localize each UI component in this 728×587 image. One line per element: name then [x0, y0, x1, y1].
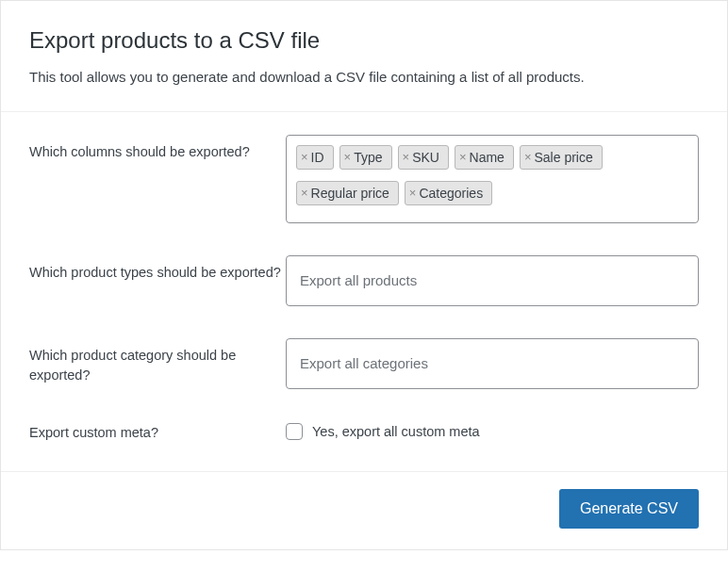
close-icon[interactable]: ×: [409, 187, 417, 199]
column-tag[interactable]: ×Regular price: [296, 181, 399, 205]
column-tag[interactable]: ×Type: [339, 145, 392, 170]
column-tag-label: ID: [311, 150, 324, 165]
row-columns: Which columns should be exported? ×ID×Ty…: [29, 135, 699, 223]
close-icon[interactable]: ×: [524, 151, 532, 163]
meta-checkbox-label: Yes, export all custom meta: [312, 424, 480, 439]
panel-footer: Generate CSV: [1, 471, 727, 549]
column-tag-label: Sale price: [534, 150, 592, 165]
category-select[interactable]: Export all categories: [286, 338, 699, 389]
meta-label: Export custom meta?: [29, 421, 286, 443]
page-description: This tool allows you to generate and dow…: [29, 67, 699, 89]
types-placeholder: Export all products: [300, 272, 417, 288]
export-panel: Export products to a CSV file This tool …: [0, 0, 728, 550]
row-types: Which product types should be exported? …: [29, 255, 699, 306]
columns-label: Which columns should be exported?: [29, 135, 286, 162]
panel-header: Export products to a CSV file This tool …: [1, 1, 727, 112]
panel-body: Which columns should be exported? ×ID×Ty…: [1, 112, 727, 471]
types-select[interactable]: Export all products: [286, 255, 699, 306]
column-tag[interactable]: ×Sale price: [520, 145, 603, 170]
column-tag[interactable]: ×Name: [455, 145, 514, 170]
row-category: Which product category should be exporte…: [29, 338, 699, 389]
page-title: Export products to a CSV file: [29, 27, 699, 54]
meta-checkbox-row: Yes, export all custom meta: [286, 421, 699, 440]
column-tag-label: Regular price: [311, 186, 389, 201]
close-icon[interactable]: ×: [403, 151, 410, 163]
generate-csv-button[interactable]: Generate CSV: [559, 489, 699, 529]
category-label: Which product category should be exporte…: [29, 338, 286, 385]
close-icon[interactable]: ×: [301, 187, 308, 199]
types-label: Which product types should be exported?: [29, 255, 286, 283]
close-icon[interactable]: ×: [301, 151, 308, 163]
column-tag-label: Categories: [419, 186, 483, 201]
columns-input[interactable]: ×ID×Type×SKU×Name×Sale price×Regular pri…: [286, 135, 699, 223]
category-placeholder: Export all categories: [300, 355, 428, 371]
column-tag[interactable]: ×Categories: [405, 181, 492, 205]
column-tag-label: Type: [354, 150, 382, 165]
column-tag[interactable]: ×ID: [296, 145, 334, 170]
meta-checkbox[interactable]: [286, 423, 303, 440]
close-icon[interactable]: ×: [344, 151, 352, 163]
close-icon[interactable]: ×: [459, 151, 467, 163]
column-tag-label: Name: [470, 150, 505, 165]
column-tag-label: SKU: [412, 150, 439, 165]
column-tag[interactable]: ×SKU: [398, 145, 449, 170]
row-meta: Export custom meta? Yes, export all cust…: [29, 421, 699, 443]
